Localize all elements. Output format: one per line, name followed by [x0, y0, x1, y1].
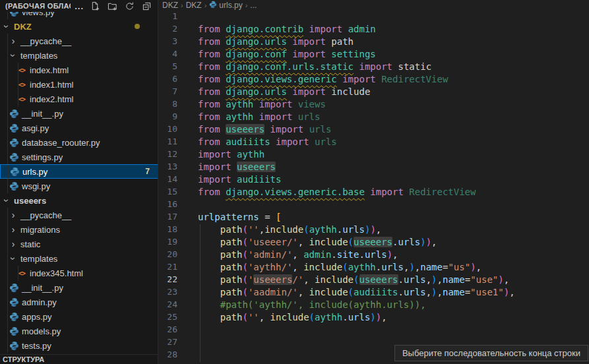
more-actions-icon[interactable]: ... [75, 1, 84, 11]
code-line-10[interactable]: from useeers import urls [198, 124, 515, 136]
line-number-17[interactable]: 17 [159, 212, 177, 224]
collapse-all-icon[interactable] [141, 1, 152, 12]
line-number-18[interactable]: 18 [159, 224, 177, 237]
code-line-3[interactable]: from django.urls import path [198, 36, 515, 49]
line-number-2[interactable]: 2 [159, 24, 177, 36]
token: import [370, 187, 404, 197]
code-line-15[interactable]: from django.views.generic.base import Re… [198, 187, 515, 199]
line-number-11[interactable]: 11 [159, 136, 177, 149]
tree-item-apps-py[interactable]: apps.py [0, 309, 158, 324]
tree-item-urls-py[interactable]: urls.py7 [0, 164, 158, 179]
token: , [437, 274, 443, 285]
editor-gutter[interactable]: 1234567891011121314151617181920212223242… [159, 11, 177, 362]
tree-item-migrations[interactable]: ›migrations [0, 222, 158, 237]
code-line-22[interactable]: path('useeers/', include(useeers.urls,),… [198, 274, 515, 287]
tree-item-tests-py[interactable]: tests.py [0, 338, 158, 353]
line-number-24[interactable]: 24 [159, 299, 177, 312]
token [220, 74, 226, 84]
code-line-18[interactable]: path('',include(aythh.urls)), [198, 224, 515, 237]
line-number-20[interactable]: 20 [159, 249, 177, 262]
code-line-4[interactable]: from django.conf import settings [198, 49, 515, 61]
tree-item-admin-py[interactable]: admin.py [0, 295, 158, 309]
token: include [331, 86, 370, 97]
token [198, 312, 220, 322]
token: , [426, 287, 431, 297]
refresh-icon[interactable] [124, 1, 135, 12]
tree-item-asgi-py[interactable]: asgi.py [0, 121, 158, 135]
code-line-11[interactable]: from audiiits import urls [198, 136, 515, 149]
breadcrumb-item--[interactable]: ... [250, 1, 257, 10]
breadcrumb-item-dkz[interactable]: DKZ [186, 1, 202, 10]
line-number-6[interactable]: 6 [159, 74, 177, 86]
code-line-6[interactable]: from django.views.generic import Redirec… [198, 74, 515, 86]
tree-item--init-py[interactable]: __init__.py [0, 106, 158, 121]
line-number-21[interactable]: 21 [159, 262, 177, 274]
line-number-19[interactable]: 19 [159, 237, 177, 249]
tree-item-index2-html[interactable]: <>index2.html [0, 92, 158, 106]
new-file-icon[interactable] [90, 1, 101, 12]
line-number-27[interactable]: 27 [159, 337, 177, 349]
tree-item-index345-html[interactable]: <>index345.html [0, 266, 158, 280]
line-number-23[interactable]: 23 [159, 287, 177, 299]
explorer-section-header[interactable]: (РАБОЧАЯ ОБЛАСТЬ) ... [0, 0, 158, 12]
code-line-19[interactable]: path('useeer/', include(useeers.urls)), [198, 237, 515, 249]
tree-item--pycache-[interactable]: ›__pycache__ [0, 34, 158, 48]
code-line-2[interactable]: from django.contrib import admin [198, 24, 515, 36]
tree-item-index1-html[interactable]: <>index1.html [0, 77, 158, 92]
tree-item-index-html[interactable]: <>index.html [0, 63, 158, 77]
code-line-8[interactable]: from aythh import views [198, 99, 515, 111]
token: 'aadmin/' [248, 287, 298, 297]
code-line-14[interactable]: import audiiits [198, 174, 515, 187]
line-number-5[interactable]: 5 [159, 61, 177, 74]
code-line-12[interactable]: import aythh [198, 149, 515, 162]
code-line-13[interactable]: import useeers [198, 162, 515, 174]
line-number-1[interactable]: 1 [159, 11, 177, 24]
line-number-7[interactable]: 7 [159, 86, 177, 99]
line-number-22[interactable]: 22 [159, 274, 177, 287]
breadcrumb-item-urls-py[interactable]: urls.py [209, 1, 242, 11]
tree-item--init-py[interactable]: __init__.py [0, 280, 158, 295]
code-line-26[interactable] [198, 324, 515, 337]
line-number-13[interactable]: 13 [159, 162, 177, 174]
code-line-25[interactable]: path('', include(aythh.urls)), [198, 312, 515, 324]
tree-item-templates[interactable]: ›templates [0, 48, 158, 63]
tree-item-dkz[interactable]: ›DKZ [0, 19, 158, 34]
line-number-3[interactable]: 3 [159, 36, 177, 49]
new-folder-icon[interactable] [107, 1, 118, 12]
code-line-9[interactable]: from aythh import urls [198, 111, 515, 124]
tree-item-useeers[interactable]: ›useeers [0, 193, 158, 208]
code-line-17[interactable]: urlpatterns = [ [198, 212, 515, 224]
code-line-24[interactable]: #path('aythh/', include(aythh.urls)), [198, 299, 515, 312]
tree-item-database-roouter-py[interactable]: database_roouter.py [0, 135, 158, 150]
tree-item-wsgi-py[interactable]: wsgi.py [0, 179, 158, 193]
code-line-1[interactable] [198, 11, 515, 24]
line-number-12[interactable]: 12 [159, 149, 177, 162]
tree-item-settings-py[interactable]: settings.py [0, 150, 158, 164]
tree-item-templates[interactable]: ›templates [0, 251, 158, 266]
line-number-28[interactable]: 28 [159, 349, 177, 362]
tree-item-models-py[interactable]: models.py [0, 324, 158, 338]
breadcrumb-item-dkz[interactable]: DKZ [162, 1, 178, 10]
code-line-20[interactable]: path('admin/', admin.site.urls), [198, 249, 515, 262]
line-number-15[interactable]: 15 [159, 187, 177, 199]
tree-indent-guide [18, 63, 18, 77]
line-number-8[interactable]: 8 [159, 99, 177, 111]
code-line-16[interactable] [198, 199, 515, 212]
code-line-5[interactable]: from django.conf.urls.static import stat… [198, 61, 515, 74]
token: import [342, 74, 376, 84]
token: = [465, 287, 470, 297]
tree-item--pycache-[interactable]: ›__pycache__ [0, 208, 158, 222]
line-number-26[interactable]: 26 [159, 324, 177, 337]
code-line-23[interactable]: path('aadmin/', include(audiiits.urls,),… [198, 287, 515, 299]
code-line-7[interactable]: from django.urls import include [198, 86, 515, 99]
line-number-16[interactable]: 16 [159, 199, 177, 212]
line-number-9[interactable]: 9 [159, 111, 177, 124]
line-number-10[interactable]: 10 [159, 124, 177, 136]
line-number-25[interactable]: 25 [159, 312, 177, 324]
outline-section-header[interactable]: СТРУКТУРА [0, 354, 158, 364]
code-line-21[interactable]: path('aythh/', include(aythh.urls,),name… [198, 262, 515, 274]
line-number-4[interactable]: 4 [159, 49, 177, 61]
line-number-14[interactable]: 14 [159, 174, 177, 187]
code-area[interactable]: from django.contrib import adminfrom dja… [198, 11, 515, 362]
tree-item-static[interactable]: ›static [0, 237, 158, 251]
